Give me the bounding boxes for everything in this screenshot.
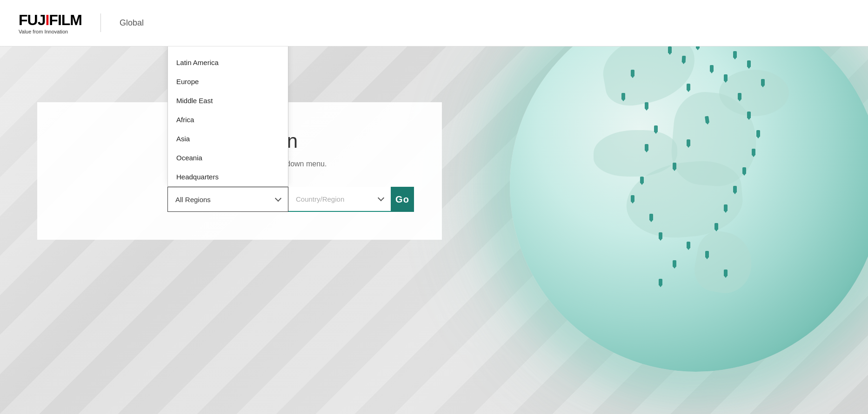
map-pin (742, 167, 746, 174)
go-button[interactable]: Go (391, 187, 414, 212)
map-pin (673, 163, 676, 169)
chevron-down-icon (275, 195, 281, 202)
map-pin (631, 195, 634, 202)
country-select-placeholder: Country/Region (296, 195, 344, 203)
map-pin (747, 112, 751, 118)
map-pin (659, 279, 662, 285)
country-select-wrapper: Country/Region (288, 187, 391, 212)
map-pin (654, 125, 658, 132)
logo-tagline: Value from Innovation (19, 29, 82, 35)
map-pin (714, 223, 718, 230)
region-option-asia[interactable]: Asia (168, 129, 288, 148)
map-pin (756, 130, 760, 137)
globe-container (510, 46, 868, 414)
map-pin (733, 186, 737, 192)
region-select-display[interactable]: All Regions (167, 187, 288, 212)
map-pin (738, 93, 741, 99)
map-pin (687, 242, 690, 248)
map-pin (724, 204, 728, 211)
logo-area: FUJIFILM Value from Innovation Global (19, 11, 144, 35)
region-option-north-america[interactable]: North America (168, 46, 288, 53)
region-option-africa[interactable]: Africa (168, 110, 288, 129)
map-pin (631, 70, 634, 76)
map-pin (687, 84, 690, 90)
main-area: Select a region Please select a region f… (0, 46, 868, 414)
chevron-down-icon (378, 195, 384, 201)
map-pin (696, 46, 700, 48)
map-pin (649, 214, 653, 220)
region-select-wrapper: All Regions North America Latin America … (167, 187, 288, 212)
region-dropdown-menu: All Regions North America Latin America … (167, 46, 288, 187)
header-global: Global (120, 18, 144, 28)
logo-brand: FUJIFILM (19, 11, 82, 29)
map-pin (705, 251, 709, 257)
card-controls: All Regions North America Latin America … (167, 187, 414, 212)
header: FUJIFILM Value from Innovation Global (0, 0, 868, 46)
map-pin (668, 46, 672, 53)
region-option-oceania[interactable]: Oceania (168, 148, 288, 167)
logo: FUJIFILM Value from Innovation (19, 11, 82, 35)
map-pin (710, 65, 714, 72)
map-pin (673, 260, 676, 267)
map-pin (645, 144, 648, 151)
map-pin (659, 232, 662, 239)
country-select-display[interactable]: Country/Region (288, 187, 391, 212)
map-pin (682, 56, 686, 62)
region-option-europe[interactable]: Europe (168, 72, 288, 91)
map-pin (621, 93, 625, 99)
map-pin (747, 60, 751, 67)
region-option-latin-america[interactable]: Latin America (168, 53, 288, 72)
map-pin (687, 139, 690, 146)
map-pin (645, 102, 648, 109)
map-pin (761, 79, 765, 85)
header-divider (100, 13, 101, 32)
logo-accent: I (45, 12, 49, 28)
map-pin (724, 269, 728, 276)
region-option-headquarters[interactable]: Headquarters (168, 167, 288, 186)
region-card: Select a region Please select a region f… (37, 102, 442, 240)
region-option-middle-east[interactable]: Middle East (168, 91, 288, 110)
globe (510, 46, 868, 372)
map-pin (640, 177, 644, 183)
map-pin (724, 74, 728, 81)
map-pin (733, 51, 737, 58)
map-pin (752, 149, 755, 155)
region-select-value: All Regions (175, 196, 211, 204)
